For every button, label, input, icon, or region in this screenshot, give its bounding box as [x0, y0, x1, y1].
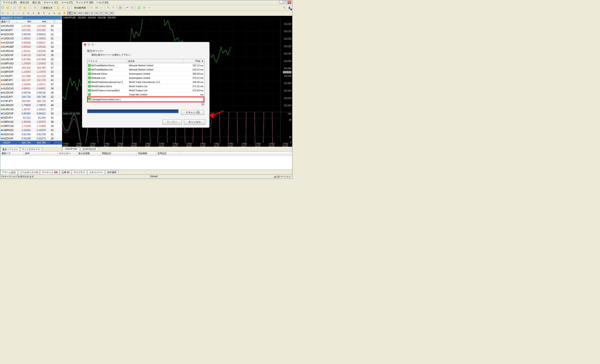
server-row[interactable]: WeTradeMarket-LiveWetrade Market Limited…	[87, 67, 204, 72]
terminal-tab[interactable]: アラーム設定	[0, 170, 18, 174]
menu-item[interactable]: 表示 (V)	[18, 0, 31, 5]
menu-item[interactable]: ヘルプ (H)	[95, 0, 110, 5]
alert-icon[interactable]: 👤	[287, 5, 292, 10]
symbol-row[interactable]: EURAUD1.632211.6325938	[0, 49, 62, 53]
maximize-button[interactable]: ❐	[283, 1, 287, 4]
symbol-row[interactable]: GBPCAD1.716351.7166833	[0, 124, 62, 128]
bar-chart-icon[interactable]	[89, 5, 94, 10]
close-icon[interactable]: ×	[60, 16, 61, 19]
terminal-icon[interactable]	[28, 5, 32, 10]
minimize-button[interactable]: _	[279, 1, 283, 4]
server-row[interactable]: Trade Net Limitedn/a	[87, 92, 204, 97]
terminal-tab[interactable]: 操作履歴	[105, 170, 118, 174]
dropdown-icon[interactable]: ▾	[201, 102, 204, 106]
timeframe-H1[interactable]: H1	[90, 12, 94, 15]
server-row[interactable]: WeTradeMarket-DemoWetrade Market Limited…	[87, 63, 204, 67]
terminal-tab[interactable]: マーケット106	[40, 170, 59, 174]
terminal-col[interactable]: 条件	[24, 152, 58, 155]
terminal-col[interactable]: 最大反復数	[77, 152, 101, 155]
market-watch-icon[interactable]	[12, 5, 17, 10]
symbol-row[interactable]: CHFJPY168.681168.72847	[0, 99, 62, 103]
new-chart-icon[interactable]	[1, 5, 5, 10]
symbol-row[interactable]: EURCAD1.467971.4682427	[0, 107, 62, 111]
tile-windows-icon[interactable]	[118, 5, 123, 10]
arrow-up-icon[interactable]: ▲	[47, 11, 52, 15]
col-ping[interactable]: Ping	[184, 59, 201, 63]
col-ask[interactable]: Ask	[32, 20, 47, 24]
arrow-down-icon[interactable]: ▼	[52, 11, 56, 15]
symbol-row[interactable]: EURNZD1.796291.7967546	[0, 103, 62, 107]
terminal-col[interactable]: 有効期限	[137, 152, 156, 155]
terminal-tab[interactable]: 記事29	[60, 170, 71, 174]
tab-symbols[interactable]: 通貨ペアリスト	[0, 147, 20, 151]
symbol-row[interactable]: AUDCHF0.597000.5972828	[0, 91, 62, 95]
col-spread[interactable]: !	[47, 20, 55, 24]
symbol-row[interactable]: EURJPY164.423164.45027	[0, 66, 62, 70]
strategy-tester-icon[interactable]	[33, 5, 37, 10]
symbol-row[interactable]: AUDCAD0.899210.8995130	[0, 86, 62, 91]
timeframe-M15[interactable]: M15	[77, 12, 84, 15]
symbol-row[interactable]: AUDJPY100.716100.74832	[0, 95, 62, 99]
terminal-col[interactable]: カウンター	[58, 152, 77, 155]
symbol-row[interactable]: NZDJPY91.51291.54331	[0, 116, 62, 120]
col-bid[interactable]: Bid	[17, 20, 32, 24]
shift-chart-icon[interactable]	[142, 5, 146, 10]
new-order-button[interactable]: 新規注文	[39, 5, 54, 10]
server-row[interactable]: Weltrade-LiveSystemgates Limited273.21 m…	[87, 76, 204, 80]
symbol-row[interactable]: USDCAD1.366321.3666331	[0, 36, 62, 41]
symbol-row[interactable]: USDJPY153.031153.06231	[0, 28, 62, 32]
terminal-col[interactable]: 通貨ペア	[0, 152, 24, 155]
autoscroll-icon[interactable]	[147, 5, 151, 10]
navigator-icon[interactable]	[22, 5, 27, 10]
next-button[interactable]: 次へ(N) >	[162, 119, 182, 125]
terminal-tab[interactable]: ライブラリ	[72, 170, 87, 174]
tab-tick-chart[interactable]: ティックチャート	[20, 147, 42, 151]
scan-button[interactable]: スキャン (S)	[181, 110, 204, 115]
symbol-row[interactable]: NZDCAD0.817040.8173531	[0, 132, 62, 136]
symbol-row[interactable]: GBPCHF1.139431.1397633	[0, 70, 62, 74]
menu-item[interactable]: 挿入 (I)	[31, 0, 42, 5]
timeframe-MN[interactable]: MN	[109, 12, 114, 15]
terminal-col[interactable]: 音声設定	[156, 152, 180, 155]
menu-item[interactable]: チャート (C)	[42, 0, 60, 5]
timeframe-D1[interactable]: D1	[99, 12, 104, 15]
search-icon[interactable]	[282, 5, 287, 10]
zoom-in-icon[interactable]	[106, 5, 111, 10]
line-chart-icon[interactable]	[99, 5, 104, 10]
symbol-row[interactable]: AUDNZD1.100341.1007137	[0, 82, 62, 86]
market-watch-body[interactable]: EURUSD1.074301.0744919USDJPY153.031153.0…	[0, 24, 62, 147]
col-symbol[interactable]: 通貨ペア	[0, 20, 17, 24]
menu-item[interactable]: ツール (T)	[60, 0, 75, 5]
channel-icon[interactable]: ≡	[26, 11, 31, 15]
indicators-icon[interactable]	[125, 5, 130, 10]
server-row[interactable]: Weltrade-DemoSystemgates Limited264.93 m…	[87, 72, 204, 76]
chart-tab[interactable]: EURUSD,H1	[81, 147, 98, 151]
symbol-row[interactable]: AUDUSD0.658060.6582721	[0, 41, 62, 45]
thumb-down-icon[interactable]: 👎	[62, 11, 66, 15]
timeframe-M1[interactable]: M1	[67, 12, 72, 15]
timeframe-M30[interactable]: M30	[84, 12, 89, 15]
metaeditor-icon[interactable]	[56, 5, 60, 10]
candle-chart-icon[interactable]	[94, 5, 99, 10]
thumb-up-icon[interactable]: 👍	[57, 11, 62, 15]
menu-item[interactable]: ウィンドウ (W)	[74, 0, 95, 5]
terminal-tab[interactable]: エキスパート	[87, 170, 105, 174]
symbol-row[interactable]: CADJPY111.988112.01830	[0, 74, 62, 78]
symbol-row[interactable]: EURGBP0.855200.8553818	[0, 45, 62, 49]
profiles-icon[interactable]	[6, 5, 10, 10]
timeframe-W1[interactable]: W1	[104, 12, 109, 15]
scroll-up-icon[interactable]: ▴	[201, 59, 204, 63]
symbol-row[interactable]: CADCHF0.663820.6641230	[0, 111, 62, 116]
symbol-row[interactable]: GBPUSD1.256091.2563021	[0, 62, 62, 66]
server-row[interactable]: WorldTraders-DemoWorld Traders Ltd.271.3…	[87, 84, 204, 88]
timeframe-M5[interactable]: M5	[72, 12, 77, 15]
templates-icon[interactable]	[137, 5, 141, 10]
menu-item[interactable]: ファイル (F)	[1, 0, 18, 5]
symbol-row[interactable]: GBPJPY192.237192.27841	[0, 78, 62, 82]
hline-icon[interactable]: ─	[16, 11, 21, 15]
data-window-icon[interactable]	[18, 5, 22, 10]
periods-icon[interactable]	[130, 5, 134, 10]
symbol-row[interactable]: NZDUSD0.597930.5981522	[0, 32, 62, 36]
server-row[interactable]: WorldTraders-LiveLiquidity1World Traders…	[87, 88, 204, 92]
text-icon[interactable]: A	[37, 11, 41, 15]
